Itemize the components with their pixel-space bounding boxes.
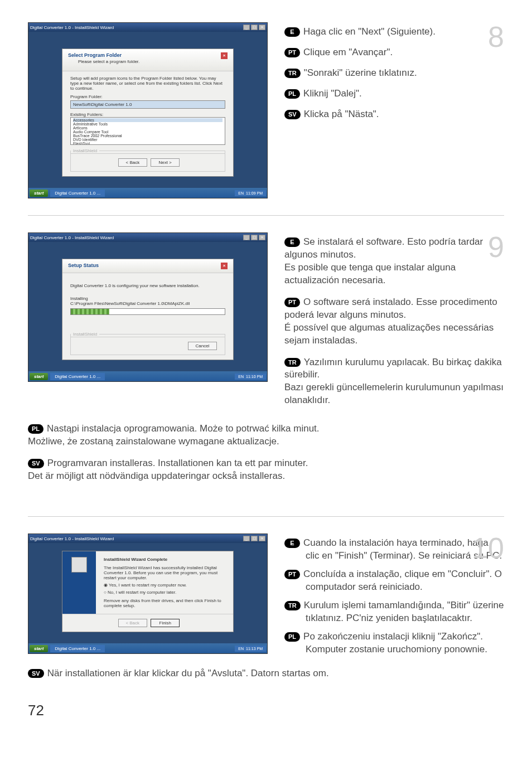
system-tray: EN11:10 PM xyxy=(235,374,266,380)
text-tr2: Bazı gerekli güncellemelerin kurulumunun… xyxy=(284,381,504,407)
lang-badge-sv: SV xyxy=(28,669,44,678)
radio-restart-now[interactable]: ◉ Yes, I want to restart my computer now… xyxy=(104,583,225,588)
step-number-8: 8 xyxy=(488,22,504,51)
installer-dialog: Setup Status × Digital Converter 1.0 is … xyxy=(62,259,234,360)
complete-text: The InstallShield Wizard has successfull… xyxy=(104,565,225,580)
remove-disks-text: Remove any disks from their drives, and … xyxy=(104,598,225,608)
outer-titlebar: Digital Converter 1.0 - InstallShield Wi… xyxy=(28,23,267,32)
text-e: Se instalará el software. Esto podría ta… xyxy=(284,236,483,260)
complete-heading: InstallShield Wizard Complete xyxy=(104,557,225,562)
existing-folders-list[interactable]: Accessories Administrative Tools ArtIcon… xyxy=(70,117,225,145)
text-pl: Nastąpi instalacja oprogramowania. Może … xyxy=(47,423,320,434)
start-button[interactable]: start xyxy=(30,645,48,652)
back-button: < Back xyxy=(118,619,147,627)
lang-badge-pl: PL xyxy=(284,89,300,99)
instructions-8: EHaga clic en "Next" (Siguiente). PTCliq… xyxy=(284,22,504,198)
outer-titlebar: Digital Converter 1.0 - InstallShield Wi… xyxy=(28,233,267,242)
min-icon[interactable]: _ xyxy=(243,536,250,541)
divider xyxy=(28,516,504,517)
text-pt: Concluída a instalação, clique em "Concl… xyxy=(303,569,502,592)
lang-badge-sv: SV xyxy=(28,459,44,468)
clock: 11:13 PM xyxy=(246,647,263,651)
program-folder-input[interactable]: NewSoft\Digital Converter 1.0 xyxy=(70,100,225,109)
taskbar: start Digital Converter 1.0 ... EN11:09 … xyxy=(28,188,267,198)
window-title: Digital Converter 1.0 - InstallShield Wi… xyxy=(30,536,114,541)
dialog-title: Setup Status xyxy=(68,263,99,269)
taskbar: start Digital Converter 1.0 ... EN11:10 … xyxy=(28,371,267,381)
min-icon[interactable]: _ xyxy=(243,235,250,240)
close-icon[interactable]: × xyxy=(259,536,265,541)
installing-path: C:\Program Files\NewSoft\Digital Convert… xyxy=(70,301,225,306)
clock: 11:09 PM xyxy=(246,191,263,195)
lang-badge-tr: TR xyxy=(284,69,301,78)
program-folder-label: Program Folder: xyxy=(70,94,225,99)
next-button[interactable]: Next > xyxy=(151,158,180,167)
list-item[interactable]: DVD Identifier xyxy=(73,138,223,142)
cancel-button[interactable]: Cancel xyxy=(188,342,217,350)
dialog-close-icon[interactable]: × xyxy=(221,52,228,59)
list-item[interactable]: FlashTool xyxy=(73,142,223,145)
lang-badge-e: E xyxy=(284,539,300,548)
radio-restart-later[interactable]: ○ No, I will restart my computer later. xyxy=(104,590,225,595)
text-tr: "Sonraki" üzerine tıklatınız. xyxy=(304,67,417,78)
start-button[interactable]: start xyxy=(30,373,48,380)
text-sv: Klicka på "Nästa". xyxy=(304,109,379,119)
text-tr: Kurulum işlemi tamamlandığında, "Bitir" … xyxy=(304,600,504,623)
existing-folders-label: Existing Folders: xyxy=(70,112,225,117)
lang-badge-pl: PL xyxy=(28,424,43,434)
screenshot-10: Digital Converter 1.0 - InstallShield Wi… xyxy=(28,534,268,662)
dialog-subtitle: Please select a program folder. xyxy=(68,58,145,67)
progress-bar xyxy=(70,308,225,315)
system-tray: EN11:09 PM xyxy=(235,190,266,196)
computer-icon xyxy=(71,557,87,573)
lang-badge-tr: TR xyxy=(284,601,301,610)
list-item[interactable]: BusTrace 2002 Professional xyxy=(73,134,223,138)
outer-titlebar: Digital Converter 1.0 - InstallShield Wi… xyxy=(28,534,267,543)
list-item[interactable]: Administrative Tools xyxy=(73,122,223,126)
step-number-9: 9 xyxy=(488,232,504,261)
text-sv2: Det är möjligt att nödvändiga uppdaterin… xyxy=(28,470,504,483)
list-item[interactable]: Audio Compare Tool xyxy=(73,130,223,134)
wizard-side-panel xyxy=(62,551,96,614)
instructions-10: ECuando la instalación haya terminado, h… xyxy=(284,534,504,662)
back-button[interactable]: < Back xyxy=(118,158,147,167)
max-icon[interactable]: □ xyxy=(251,235,258,240)
close-icon[interactable]: × xyxy=(259,235,265,240)
lang-badge-pt: PT xyxy=(284,48,300,57)
taskbar-item[interactable]: Digital Converter 1.0 ... xyxy=(50,190,105,197)
text-pl2: Możliwe, że zostaną zainstalowane wymaga… xyxy=(28,435,504,448)
lang-badge-tr: TR xyxy=(284,358,301,367)
text-pt: Clique em "Avançar". xyxy=(303,47,393,57)
lang-badge-e: E xyxy=(284,237,300,247)
min-icon[interactable]: _ xyxy=(243,25,250,30)
lang-badge-pt: PT xyxy=(284,570,300,579)
step-8: 8 Digital Converter 1.0 - InstallShield … xyxy=(28,22,504,198)
dialog-close-icon[interactable]: × xyxy=(221,263,228,269)
lang-badge-e: E xyxy=(284,27,300,37)
text-sv: När installationen är klar klickar du på… xyxy=(47,668,329,678)
step-number-10: 10 xyxy=(472,534,504,563)
fieldset-label: InstallShield xyxy=(71,332,99,337)
text-tr: Yazılımın kurulumu yapılacak. Bu birkaç … xyxy=(284,357,502,380)
text-sv: Programvaran installeras. Installationen… xyxy=(47,458,308,468)
text-e: Haga clic en "Next" (Siguiente). xyxy=(303,26,436,37)
screenshot-8: Digital Converter 1.0 - InstallShield Wi… xyxy=(28,22,268,198)
text-pt: O software será instalado. Esse procedim… xyxy=(284,297,497,320)
list-item[interactable]: Accessories xyxy=(73,118,223,122)
installing-label: Installing xyxy=(70,296,225,301)
list-item[interactable]: ArtIcons xyxy=(73,126,223,130)
start-button[interactable]: start xyxy=(30,190,48,197)
max-icon[interactable]: □ xyxy=(251,536,258,541)
taskbar-item[interactable]: Digital Converter 1.0 ... xyxy=(50,373,105,380)
fieldset-label: InstallShield xyxy=(71,148,99,153)
max-icon[interactable]: □ xyxy=(251,25,258,30)
window-title: Digital Converter 1.0 - InstallShield Wi… xyxy=(30,235,114,240)
lang-badge-pt: PT xyxy=(284,298,300,307)
text-e2: Es posible que tenga que instalar alguna… xyxy=(284,261,504,287)
taskbar-item[interactable]: Digital Converter 1.0 ... xyxy=(50,645,105,652)
finish-button[interactable]: Finish xyxy=(151,619,180,627)
window-title: Digital Converter 1.0 - InstallShield Wi… xyxy=(30,25,114,30)
close-icon[interactable]: × xyxy=(259,25,265,30)
divider xyxy=(28,215,504,216)
step-10: 10 Digital Converter 1.0 - InstallShield… xyxy=(28,534,504,680)
